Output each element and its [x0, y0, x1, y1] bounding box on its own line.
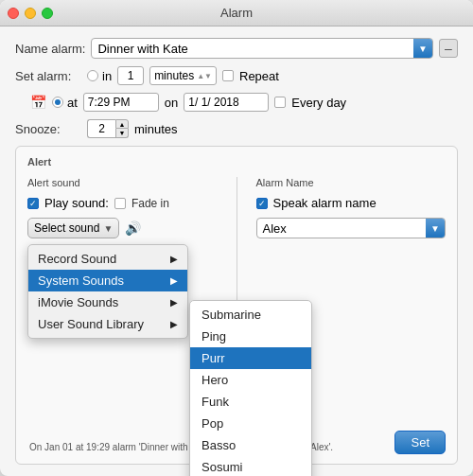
calendar-icon[interactable]: 📅 — [30, 95, 46, 110]
alert-title: Alert — [27, 156, 446, 167]
repeat-label: Repeat — [239, 69, 279, 83]
at-label: at — [67, 96, 78, 110]
window-title: Alarm — [220, 6, 253, 20]
speak-alarm-row: ✓ Speak alarm name — [256, 196, 447, 210]
time-select[interactable]: 7:29 PM — [83, 93, 159, 112]
snooze-row: Snooze: ▲ ▼ minutes — [15, 119, 458, 138]
voice-dropdown[interactable]: Alex ▼ — [256, 218, 447, 238]
maximize-button[interactable] — [42, 8, 53, 19]
minus-button[interactable]: – — [439, 39, 458, 58]
at-radio-group: at — [52, 96, 78, 110]
funk-item[interactable]: Funk — [190, 391, 311, 413]
voice-select-group: Alex ▼ — [256, 218, 447, 238]
select-sound-chevron: ▼ — [103, 223, 113, 234]
record-sound-arrow: ▶ — [170, 254, 178, 264]
select-sound-button[interactable]: Select sound ▼ — [27, 218, 119, 238]
record-sound-label: Record Sound — [38, 252, 116, 266]
minutes-label: minutes — [154, 69, 194, 82]
alert-columns: Alert sound ✓ Play sound: Fade in Select… — [27, 177, 446, 432]
sosumi-item[interactable]: Sosumi — [190, 456, 311, 476]
ping-item[interactable]: Ping — [190, 326, 311, 347]
speaker-icon: 🔊 — [125, 220, 141, 236]
system-sounds-arrow: ▶ — [170, 275, 178, 286]
user-sound-library-arrow: ▶ — [170, 319, 178, 329]
snooze-minutes-label: minutes — [134, 122, 178, 136]
name-alarm-select[interactable]: Dinner with Kate ▼ — [91, 38, 433, 59]
titlebar: Alarm — [0, 0, 473, 26]
traffic-lights — [8, 8, 53, 19]
fade-in-checkbox[interactable] — [114, 198, 126, 209]
set-alarm-at-row: 📅 at 7:29 PM on 1/ 1/ 2018 Every day — [15, 93, 458, 112]
select-sound-label: Select sound — [34, 221, 99, 235]
repeat-checkbox[interactable] — [222, 70, 234, 81]
at-radio[interactable] — [52, 97, 63, 108]
pop-item[interactable]: Pop — [190, 413, 311, 434]
minimize-button[interactable] — [25, 8, 36, 19]
alert-left: Alert sound ✓ Play sound: Fade in Select… — [27, 177, 218, 432]
record-sound-item[interactable]: Record Sound ▶ — [28, 248, 187, 270]
alarm-name-label: Alarm Name — [256, 177, 447, 188]
set-alarm-in-row: Set alarm: in minutes ▲▼ Repeat — [15, 66, 458, 85]
content-area: Name alarm: Dinner with Kate ▼ – Set ala… — [0, 26, 473, 476]
snooze-up-btn[interactable]: ▲ — [115, 119, 129, 129]
play-sound-label: Play sound: — [44, 196, 109, 210]
submarine-item[interactable]: Submarine — [190, 304, 311, 326]
in-radio-group: in — [87, 69, 112, 83]
alarm-window: Alarm Name alarm: Dinner with Kate ▼ – S… — [0, 0, 473, 476]
user-sound-library-label: User Sound Library — [38, 317, 144, 331]
sound-dropdown-menu: Record Sound ▶ System Sounds ▶ iMovie So… — [27, 244, 188, 339]
name-alarm-row: Name alarm: Dinner with Kate ▼ – — [15, 38, 458, 59]
snooze-label: Snooze: — [15, 122, 81, 136]
alert-box: Alert Alert sound ✓ Play sound: Fade in … — [15, 146, 458, 465]
name-alarm-label: Name alarm: — [15, 42, 85, 56]
speak-alarm-checkbox[interactable]: ✓ — [256, 198, 268, 209]
name-alarm-value: Dinner with Kate — [92, 39, 413, 58]
system-sounds-submenu: Submarine Ping Purr Hero Funk Pop Basso … — [189, 300, 312, 476]
snooze-stepper: ▲ ▼ — [115, 119, 129, 138]
minutes-select[interactable]: minutes ▲▼ — [149, 66, 217, 85]
close-button[interactable] — [8, 8, 19, 19]
in-minutes-input[interactable] — [117, 66, 144, 85]
voice-dropdown-arrow[interactable]: ▼ — [426, 219, 445, 238]
imovie-sounds-arrow: ▶ — [170, 297, 178, 308]
date-value: 1/ 1/ 2018 — [188, 96, 238, 109]
date-select[interactable]: 1/ 1/ 2018 — [184, 93, 269, 112]
basso-item[interactable]: Basso — [190, 434, 311, 456]
select-sound-row: Select sound ▼ 🔊 Record Sound ▶ System S — [27, 218, 218, 238]
snooze-input[interactable] — [87, 119, 115, 138]
play-sound-row: ✓ Play sound: Fade in — [27, 196, 218, 210]
snooze-down-btn[interactable]: ▼ — [115, 129, 129, 138]
voice-value: Alex — [257, 219, 427, 238]
name-alarm-arrow[interactable]: ▼ — [413, 39, 432, 58]
set-button[interactable]: Set — [394, 431, 446, 454]
every-day-checkbox[interactable] — [274, 97, 286, 108]
system-sounds-label: System Sounds — [38, 273, 124, 288]
every-day-label: Every day — [291, 96, 346, 110]
purr-item[interactable]: Purr — [190, 347, 311, 369]
hero-item[interactable]: Hero — [190, 369, 311, 391]
play-sound-checkbox[interactable]: ✓ — [27, 198, 39, 209]
user-sound-library-item[interactable]: User Sound Library ▶ — [28, 313, 187, 335]
fade-in-label: Fade in — [131, 197, 169, 210]
time-value: 7:29 PM — [88, 96, 131, 109]
imovie-sounds-item[interactable]: iMovie Sounds ▶ — [28, 291, 187, 313]
alert-sound-label: Alert sound — [27, 177, 218, 188]
in-label: in — [102, 69, 112, 83]
set-alarm-label: Set alarm: — [15, 69, 81, 83]
speak-alarm-label: Speak alarm name — [273, 196, 377, 210]
system-sounds-item[interactable]: System Sounds ▶ — [28, 270, 187, 291]
snooze-input-group: ▲ ▼ — [87, 119, 129, 138]
on-label: on — [165, 96, 178, 110]
in-radio[interactable] — [87, 70, 98, 81]
imovie-sounds-label: iMovie Sounds — [38, 295, 118, 309]
